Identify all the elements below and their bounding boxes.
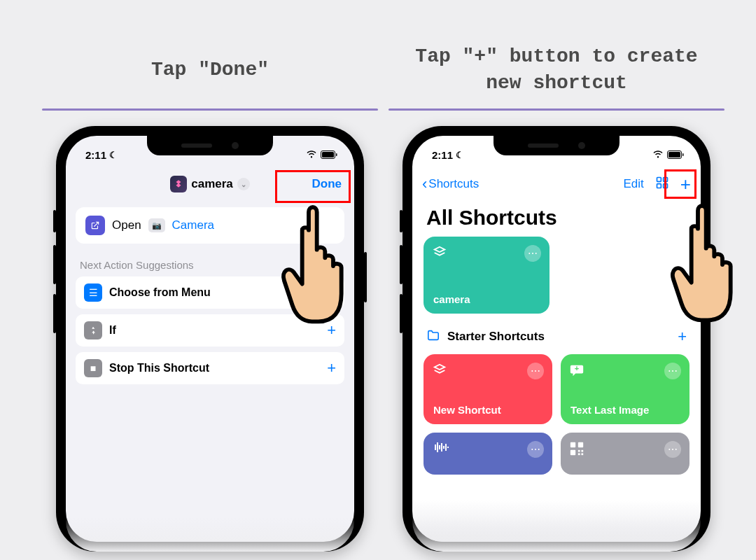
highlight-box-done — [275, 170, 351, 203]
shortcut-title-group[interactable]: camera ⌄ — [170, 176, 250, 192]
left-panel: Tap "Done" 2:11☾ camera ⌄ Done — [42, 31, 378, 552]
divider — [42, 108, 378, 111]
wifi-icon — [306, 150, 317, 159]
highlight-box-plus — [664, 169, 696, 199]
editor-content: Open 📷 Camera Next Action Suggestions ☰ … — [66, 202, 354, 396]
battery-icon — [321, 150, 337, 159]
open-app-icon — [85, 216, 105, 235]
notch — [147, 136, 273, 155]
nav-bar: ‹Shortcuts Edit + — [412, 167, 701, 202]
page-title: All Shortcuts — [412, 202, 701, 237]
caption-right: Tap "+" button to create new shortcut — [388, 31, 724, 108]
layers-icon — [432, 245, 447, 263]
phone-frame-right: 2:11☾ ‹Shortcuts Edit + All Shortcuts — [402, 126, 710, 552]
svg-text:+: + — [575, 364, 579, 372]
svg-rect-15 — [581, 450, 583, 452]
open-target[interactable]: Camera — [172, 218, 214, 232]
layers-icon — [432, 363, 447, 381]
svg-rect-17 — [581, 453, 583, 455]
add-to-folder-icon[interactable]: + — [678, 328, 687, 346]
svg-rect-14 — [578, 450, 580, 452]
status-icons — [652, 150, 684, 159]
more-icon[interactable]: ⋯ — [524, 245, 541, 262]
more-icon[interactable]: ⋯ — [527, 363, 544, 379]
chevron-down-icon[interactable]: ⌄ — [237, 178, 250, 190]
status-icons — [306, 150, 337, 159]
svg-rect-2 — [336, 153, 337, 156]
more-icon[interactable]: ⋯ — [527, 441, 544, 458]
shortcut-tile[interactable]: ⋯ New Shortcut — [424, 354, 552, 424]
more-icon[interactable]: ⋯ — [664, 363, 681, 379]
svg-rect-5 — [682, 153, 684, 156]
svg-rect-8 — [657, 183, 661, 188]
camera-app-chip: 📷 — [148, 218, 165, 232]
shortcut-tile[interactable]: ⋯ — [424, 433, 552, 475]
stop-icon: ■ — [84, 359, 102, 377]
shortcut-tile-camera[interactable]: ⋯ camera — [424, 237, 550, 314]
menu-icon: ☰ — [84, 284, 102, 302]
waveform-icon — [432, 441, 450, 456]
suggestion-row[interactable]: ■ Stop This Shortcut + — [76, 352, 344, 384]
svg-rect-6 — [657, 177, 661, 181]
shortcut-name: camera — [191, 177, 233, 191]
add-icon[interactable]: + — [327, 321, 336, 340]
right-panel: Tap "+" button to create new shortcut 2:… — [388, 31, 724, 552]
svg-rect-13 — [570, 450, 575, 455]
back-button[interactable]: ‹Shortcuts — [422, 175, 479, 193]
open-app-action[interactable]: Open 📷 Camera — [76, 207, 344, 244]
add-icon[interactable]: + — [327, 359, 336, 377]
status-time: 2:11 — [85, 149, 106, 161]
svg-rect-16 — [578, 453, 580, 455]
notch — [493, 136, 620, 155]
shortcuts-grid: ⋯ camera Starter Shortcuts + ⋯ New Short… — [412, 237, 701, 475]
svg-rect-1 — [322, 152, 334, 158]
divider — [388, 108, 724, 111]
more-icon[interactable]: ⋯ — [664, 441, 681, 458]
message-icon: + — [569, 363, 584, 381]
edit-button[interactable]: Edit — [624, 177, 644, 191]
suggestions-header: Next Action Suggestions — [76, 244, 344, 276]
shortcuts-app-icon — [170, 176, 187, 192]
svg-rect-4 — [668, 152, 680, 158]
svg-rect-12 — [578, 442, 583, 447]
add-icon[interactable]: + — [327, 284, 336, 302]
suggestion-row[interactable]: If + — [76, 314, 344, 346]
branch-icon — [84, 321, 102, 340]
folder-row[interactable]: Starter Shortcuts + — [424, 322, 690, 354]
suggestion-row[interactable]: ☰ Choose from Menu + — [76, 276, 344, 309]
phone-frame-left: 2:11☾ camera ⌄ Done Open 📷 — [56, 126, 364, 552]
dnd-icon: ☾ — [109, 150, 118, 160]
dnd-icon: ☾ — [456, 150, 464, 160]
svg-rect-11 — [570, 442, 575, 447]
open-label: Open — [112, 218, 141, 232]
qr-icon — [569, 441, 584, 459]
folder-icon — [426, 330, 440, 344]
shortcut-tile[interactable]: + ⋯ Text Last Image — [561, 354, 690, 424]
status-time: 2:11 — [432, 149, 453, 161]
caption-left: Tap "Done" — [42, 31, 378, 108]
shortcut-tile[interactable]: ⋯ — [561, 433, 690, 475]
folder-label: Starter Shortcuts — [447, 330, 545, 344]
